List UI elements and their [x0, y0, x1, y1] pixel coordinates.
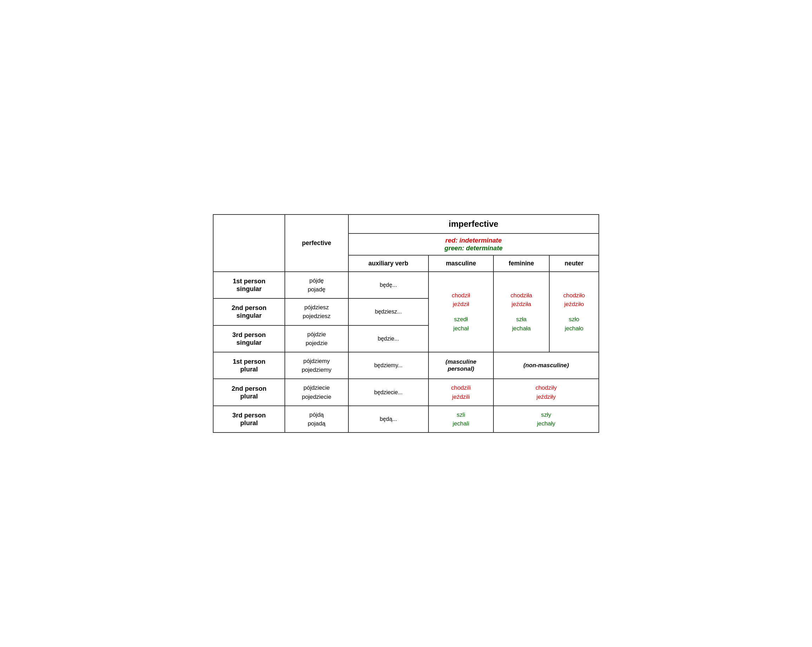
- auxiliary-2sg: będziesz...: [348, 298, 429, 325]
- person-label-1sg: 1st personsingular: [213, 272, 285, 298]
- person-label-2sg: 2nd personsingular: [213, 298, 285, 325]
- perfective-1sg: pójdę pojadę: [285, 272, 348, 298]
- masculine-3pl: szli jechali: [429, 406, 493, 432]
- table-wrapper: perfective imperfective red: indetermina…: [213, 214, 599, 433]
- col-auxiliary-header: auxiliary verb: [348, 255, 429, 272]
- table-row: 2nd personplural pójdziecie pojedziecie …: [213, 379, 599, 405]
- legend-cell: red: indeterminate green: determinate: [348, 233, 599, 255]
- perfective-2pl: pójdziecie pojedziecie: [285, 379, 348, 405]
- col-masculine-header: masculine: [429, 255, 493, 272]
- perfective-1pl: pójdziemy pojedziemy: [285, 352, 348, 379]
- auxiliary-3sg: będzie...: [348, 326, 429, 352]
- person-label-3sg: 3rd personsingular: [213, 326, 285, 352]
- person-label-2pl: 2nd personplural: [213, 379, 285, 405]
- person-label-1pl: 1st personplural: [213, 352, 285, 379]
- perfective-3sg: pójdzie pojedzie: [285, 326, 348, 352]
- feminine-singular: chodziła jeździła szła jechała: [493, 272, 549, 352]
- non-masculine-label: (non-masculine): [493, 352, 599, 379]
- perfective-2sg: pójdziesz pojedziesz: [285, 298, 348, 325]
- legend-red: red: indeterminate: [352, 237, 595, 244]
- masculine-personal-label: (masculinepersonal): [429, 352, 493, 379]
- table-row: 1st personplural pójdziemy pojedziemy bę…: [213, 352, 599, 379]
- table-row: 1st personsingular pójdę pojadę będę... …: [213, 272, 599, 298]
- masculine-singular: chodził jeździł szedł jechał: [429, 272, 493, 352]
- imperfective-label: imperfective: [449, 219, 498, 228]
- auxiliary-1pl: będziemy...: [348, 352, 429, 379]
- neuter-singular: chodziło jeździło szło jechało: [549, 272, 599, 352]
- auxiliary-3pl: będą...: [348, 406, 429, 432]
- auxiliary-2pl: będziecie...: [348, 379, 429, 405]
- auxiliary-1sg: będę...: [348, 272, 429, 298]
- masculine-2pl: chodzili jeździli: [429, 379, 493, 405]
- legend-green: green: determinate: [352, 244, 595, 252]
- empty-top-left: [213, 215, 285, 272]
- col-neuter-header: neuter: [549, 255, 599, 272]
- conjugation-table: perfective imperfective red: indetermina…: [213, 214, 599, 433]
- perfective-header: perfective: [285, 215, 348, 272]
- col-feminine-header: feminine: [493, 255, 549, 272]
- non-masculine-2pl: chodziły jeździły: [493, 379, 599, 405]
- table-row: 3rd personplural pójdą pojadą będą... sz…: [213, 406, 599, 432]
- perfective-3pl: pójdą pojadą: [285, 406, 348, 432]
- person-label-3pl: 3rd personplural: [213, 406, 285, 432]
- non-masculine-3pl: szły jechały: [493, 406, 599, 432]
- imperfective-header: imperfective: [348, 215, 599, 233]
